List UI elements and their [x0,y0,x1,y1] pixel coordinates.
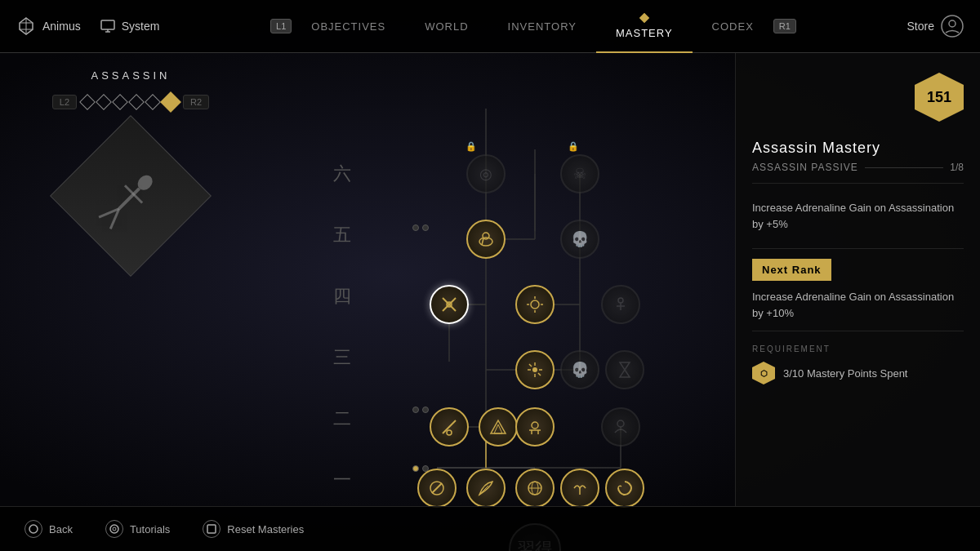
hourglass-icon [616,361,634,379]
skill-node-5-2[interactable]: 💀 [560,220,599,259]
slash-circle-icon [428,479,446,497]
skill-node-2-3[interactable] [515,407,555,447]
svg-point-30 [483,233,489,239]
mini-dots-row2 [412,407,429,413]
svg-point-43 [532,367,537,372]
svg-rect-69 [207,525,216,533]
skill-node-1-5[interactable] [605,469,644,508]
mountain-icon [489,418,507,436]
reset-button-icon [203,520,220,538]
skill-node-3-1[interactable] [515,350,555,389]
skill-node-3-2[interactable]: 💀 [560,350,599,389]
skill-node-4-1[interactable] [430,285,469,324]
mini-dot-row2-2 [422,407,429,413]
feather-icon [477,479,495,497]
skill-node-6-2[interactable]: ☠ [560,154,599,193]
bottom-bar: Back Tutorials Reset Masteries [0,506,980,551]
current-rank-description: Increase Adrenaline Gain on Assassinatio… [752,193,964,238]
swirl-icon [615,478,635,498]
skill-node-6-1[interactable]: ◎ [466,154,506,193]
reset-action[interactable]: Reset Masteries [203,520,304,538]
kanji-2: 二 [333,407,351,431]
rank-dots-row: L2 R2 [52,95,209,109]
rank-dot-3 [112,94,128,110]
reset-label: Reset Masteries [227,523,304,535]
skill-node-5-1[interactable] [466,220,506,259]
skill-node-1-1[interactable] [417,469,457,508]
mini-dot-row1-1 [412,465,419,472]
nav-left-section: Animus System [16,16,159,36]
circle-o-icon [29,524,38,534]
mastery-points-section: 151 [752,73,964,130]
nav-item-codex[interactable]: Codex [693,0,773,53]
nav-item-inventory[interactable]: Inventory [488,0,596,53]
next-rank-section: Next Rank Increase Adrenaline Gain on As… [752,259,964,321]
crossed-blades-icon [439,295,459,314]
svg-line-50 [443,420,456,433]
mastery-label: Mastery [616,27,673,39]
skull-blades-icon [526,418,544,436]
req-hex-icon: ⬡ [752,362,775,384]
requirement-item: ⬡ 3/10 Mastery Points Spent [752,362,964,384]
skill-tree: 六 五 四 三 二 一 🔒 🔒 ◎ ☠ [327,68,670,492]
skill-node-2-4[interactable] [601,407,640,447]
nav-center-section: L1 Objectives World Inventory Mastery Co… [159,0,906,53]
mini-dot-row2-1 [412,407,419,413]
tutorials-label: Tutorials [130,523,170,535]
system-label: System [122,20,160,33]
back-button-icon [24,520,42,538]
codex-label: Codex [712,20,754,33]
back-action[interactable]: Back [24,520,73,538]
svg-point-58 [617,420,624,427]
nav-item-mastery[interactable]: Mastery [596,0,693,53]
main-content: ASSASSIN L2 R2 [0,53,980,506]
requirement-label: REQUIREMENT [752,344,964,353]
system-nav[interactable]: System [100,19,160,33]
subtitle-divider [865,167,943,168]
skill-node-1-2[interactable] [466,469,506,508]
mastery-points-value: 151 [915,73,964,122]
requirement-section: REQUIREMENT ⬡ 3/10 Mastery Points Spent [752,344,964,384]
svg-line-31 [482,238,483,245]
svg-point-8 [942,16,963,37]
svg-line-48 [529,364,532,367]
climbing-icon [612,295,630,313]
svg-rect-4 [101,20,114,29]
portrait-diamond [50,115,212,277]
rank-dot-1 [79,94,96,110]
skill-node-4-2[interactable] [515,285,555,324]
skill-node-2-1[interactable] [430,407,469,447]
next-description-text: Increase Adrenaline Gain on Assassinatio… [752,289,964,321]
portrait-inner [50,115,212,277]
left-panel: ASSASSIN L2 R2 [0,53,261,506]
horseback-icon [477,230,495,248]
panel-header: Assassin Mastery Assassin Passive 1/8 [752,140,964,173]
skill-node-3-3[interactable] [605,350,644,389]
rank-dot-2 [96,94,112,110]
skill-tree-panel: 六 五 四 三 二 一 🔒 🔒 ◎ ☠ [261,53,735,506]
svg-point-54 [532,422,538,429]
skill-node-4-3[interactable] [601,285,640,324]
skill-node-1-4[interactable] [560,469,599,508]
sun-icon [526,295,544,313]
tutorials-action[interactable]: Tutorials [105,520,170,538]
svg-point-67 [110,525,118,533]
nav-item-world[interactable]: World [405,0,488,53]
panel-title: Assassin Mastery [752,140,964,157]
panel-subtitle: Assassin Passive [752,162,858,173]
nav-item-objectives[interactable]: Objectives [292,0,405,53]
kanji-4: 四 [333,284,351,309]
trigger-l1-badge: L1 [270,19,292,33]
mini-dot-2 [422,224,429,231]
world-label: World [425,20,468,33]
animus-icon [16,16,36,36]
right-panel: 151 Assassin Mastery Assassin Passive 1/… [735,53,980,506]
skill-node-2-2[interactable] [479,407,518,447]
skill-node-1-3[interactable] [515,469,555,508]
objectives-label: Objectives [311,20,385,33]
trigger-r2: R2 [183,95,209,109]
svg-point-35 [531,300,539,309]
divider-1 [752,183,964,184]
next-rank-label: Next Rank [752,259,831,281]
kanji-5: 五 [333,223,351,247]
